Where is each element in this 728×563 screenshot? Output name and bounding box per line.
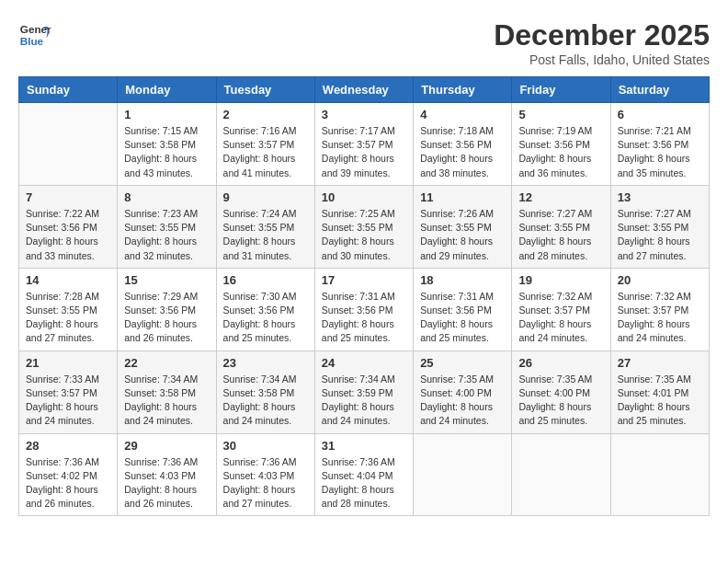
day-cell: 29Sunrise: 7:36 AMSunset: 4:03 PMDayligh… (118, 433, 216, 516)
calendar-table: SundayMondayTuesdayWednesdayThursdayFrid… (18, 76, 710, 516)
day-info: Sunrise: 7:16 AMSunset: 3:57 PMDaylight:… (223, 124, 308, 180)
day-number: 16 (223, 273, 308, 287)
week-row-2: 7Sunrise: 7:22 AMSunset: 3:56 PMDaylight… (19, 185, 710, 268)
day-number: 11 (420, 190, 505, 204)
day-cell: 26Sunrise: 7:35 AMSunset: 4:00 PMDayligh… (512, 350, 610, 433)
day-info: Sunrise: 7:36 AMSunset: 4:03 PMDaylight:… (223, 455, 308, 511)
day-info: Sunrise: 7:29 AMSunset: 3:56 PMDaylight:… (124, 290, 209, 346)
day-cell: 6Sunrise: 7:21 AMSunset: 3:56 PMDaylight… (610, 103, 709, 186)
day-number: 29 (124, 439, 209, 453)
header: General Blue December 2025 Post Falls, I… (18, 18, 710, 67)
day-number: 18 (420, 273, 505, 287)
day-cell: 1Sunrise: 7:15 AMSunset: 3:58 PMDaylight… (118, 103, 216, 186)
day-cell: 21Sunrise: 7:33 AMSunset: 3:57 PMDayligh… (19, 350, 118, 433)
day-info: Sunrise: 7:15 AMSunset: 3:58 PMDaylight:… (124, 124, 209, 180)
week-row-5: 28Sunrise: 7:36 AMSunset: 4:02 PMDayligh… (19, 433, 710, 516)
day-number: 15 (124, 273, 209, 287)
day-number: 12 (518, 190, 603, 204)
day-cell: 15Sunrise: 7:29 AMSunset: 3:56 PMDayligh… (118, 268, 216, 350)
day-number: 25 (420, 356, 505, 370)
day-info: Sunrise: 7:30 AMSunset: 3:56 PMDaylight:… (223, 290, 308, 346)
day-cell (512, 433, 610, 516)
day-cell: 22Sunrise: 7:34 AMSunset: 3:58 PMDayligh… (118, 350, 216, 433)
day-info: Sunrise: 7:35 AMSunset: 4:00 PMDaylight:… (518, 373, 603, 429)
day-cell: 23Sunrise: 7:34 AMSunset: 3:58 PMDayligh… (216, 350, 314, 433)
day-number: 17 (322, 273, 406, 287)
day-info: Sunrise: 7:36 AMSunset: 4:03 PMDaylight:… (124, 455, 209, 511)
day-info: Sunrise: 7:34 AMSunset: 3:59 PMDaylight:… (322, 373, 406, 429)
title-area: December 2025 Post Falls, Idaho, United … (494, 18, 710, 67)
day-number: 13 (618, 190, 702, 204)
day-number: 1 (124, 108, 209, 121)
svg-text:Blue: Blue (20, 35, 44, 47)
day-cell: 3Sunrise: 7:17 AMSunset: 3:57 PMDaylight… (314, 103, 413, 186)
day-info: Sunrise: 7:21 AMSunset: 3:56 PMDaylight:… (618, 124, 702, 180)
day-number: 24 (322, 356, 406, 370)
day-number: 30 (223, 439, 308, 453)
day-cell: 25Sunrise: 7:35 AMSunset: 4:00 PMDayligh… (414, 350, 512, 433)
day-cell: 18Sunrise: 7:31 AMSunset: 3:56 PMDayligh… (414, 268, 512, 350)
day-info: Sunrise: 7:33 AMSunset: 3:57 PMDaylight:… (26, 373, 110, 429)
month-title: December 2025 (494, 18, 710, 52)
day-number: 3 (322, 108, 406, 121)
day-number: 6 (618, 108, 702, 121)
day-cell: 10Sunrise: 7:25 AMSunset: 3:55 PMDayligh… (314, 185, 413, 268)
day-cell: 28Sunrise: 7:36 AMSunset: 4:02 PMDayligh… (19, 433, 118, 516)
location-title: Post Falls, Idaho, United States (494, 52, 710, 67)
weekday-header-monday: Monday (118, 77, 216, 103)
day-number: 21 (26, 356, 110, 370)
day-info: Sunrise: 7:32 AMSunset: 3:57 PMDaylight:… (518, 290, 603, 346)
day-info: Sunrise: 7:32 AMSunset: 3:57 PMDaylight:… (618, 290, 702, 346)
day-number: 26 (518, 356, 603, 370)
day-info: Sunrise: 7:31 AMSunset: 3:56 PMDaylight:… (322, 290, 406, 346)
day-cell: 11Sunrise: 7:26 AMSunset: 3:55 PMDayligh… (414, 185, 512, 268)
day-cell: 12Sunrise: 7:27 AMSunset: 3:55 PMDayligh… (512, 185, 610, 268)
day-cell: 31Sunrise: 7:36 AMSunset: 4:04 PMDayligh… (314, 433, 413, 516)
day-number: 31 (322, 439, 406, 453)
day-number: 4 (420, 108, 505, 121)
weekday-header-thursday: Thursday (414, 77, 512, 103)
day-number: 10 (322, 190, 406, 204)
day-info: Sunrise: 7:31 AMSunset: 3:56 PMDaylight:… (420, 290, 505, 346)
day-number: 7 (26, 190, 110, 204)
day-number: 27 (618, 356, 702, 370)
day-info: Sunrise: 7:34 AMSunset: 3:58 PMDaylight:… (223, 373, 308, 429)
day-info: Sunrise: 7:35 AMSunset: 4:00 PMDaylight:… (420, 373, 505, 429)
day-info: Sunrise: 7:23 AMSunset: 3:55 PMDaylight:… (124, 207, 209, 263)
day-cell: 30Sunrise: 7:36 AMSunset: 4:03 PMDayligh… (216, 433, 314, 516)
day-cell: 7Sunrise: 7:22 AMSunset: 3:56 PMDaylight… (19, 185, 118, 268)
day-info: Sunrise: 7:24 AMSunset: 3:55 PMDaylight:… (223, 207, 308, 263)
weekday-header-wednesday: Wednesday (314, 77, 413, 103)
weekday-header-friday: Friday (512, 77, 610, 103)
day-cell: 16Sunrise: 7:30 AMSunset: 3:56 PMDayligh… (216, 268, 314, 350)
day-cell: 24Sunrise: 7:34 AMSunset: 3:59 PMDayligh… (314, 350, 413, 433)
day-cell: 14Sunrise: 7:28 AMSunset: 3:55 PMDayligh… (19, 268, 118, 350)
day-cell (19, 103, 118, 186)
day-cell (414, 433, 512, 516)
day-number: 19 (518, 273, 603, 287)
day-info: Sunrise: 7:19 AMSunset: 3:56 PMDaylight:… (518, 124, 603, 180)
day-cell: 9Sunrise: 7:24 AMSunset: 3:55 PMDaylight… (216, 185, 314, 268)
week-row-4: 21Sunrise: 7:33 AMSunset: 3:57 PMDayligh… (19, 350, 710, 433)
day-number: 2 (223, 108, 308, 121)
day-number: 28 (26, 439, 110, 453)
day-number: 14 (26, 273, 110, 287)
day-number: 5 (518, 108, 603, 121)
day-cell (610, 433, 709, 516)
day-cell: 5Sunrise: 7:19 AMSunset: 3:56 PMDaylight… (512, 103, 610, 186)
day-info: Sunrise: 7:35 AMSunset: 4:01 PMDaylight:… (618, 373, 702, 429)
weekday-header-row: SundayMondayTuesdayWednesdayThursdayFrid… (19, 77, 710, 103)
weekday-header-sunday: Sunday (19, 77, 118, 103)
week-row-1: 1Sunrise: 7:15 AMSunset: 3:58 PMDaylight… (19, 103, 710, 186)
day-info: Sunrise: 7:34 AMSunset: 3:58 PMDaylight:… (124, 373, 209, 429)
week-row-3: 14Sunrise: 7:28 AMSunset: 3:55 PMDayligh… (19, 268, 710, 350)
day-info: Sunrise: 7:27 AMSunset: 3:55 PMDaylight:… (618, 207, 702, 263)
day-cell: 8Sunrise: 7:23 AMSunset: 3:55 PMDaylight… (118, 185, 216, 268)
day-cell: 19Sunrise: 7:32 AMSunset: 3:57 PMDayligh… (512, 268, 610, 350)
day-number: 22 (124, 356, 209, 370)
day-number: 23 (223, 356, 308, 370)
day-cell: 27Sunrise: 7:35 AMSunset: 4:01 PMDayligh… (610, 350, 709, 433)
day-info: Sunrise: 7:27 AMSunset: 3:55 PMDaylight:… (518, 207, 603, 263)
day-cell: 2Sunrise: 7:16 AMSunset: 3:57 PMDaylight… (216, 103, 314, 186)
day-info: Sunrise: 7:26 AMSunset: 3:55 PMDaylight:… (420, 207, 505, 263)
